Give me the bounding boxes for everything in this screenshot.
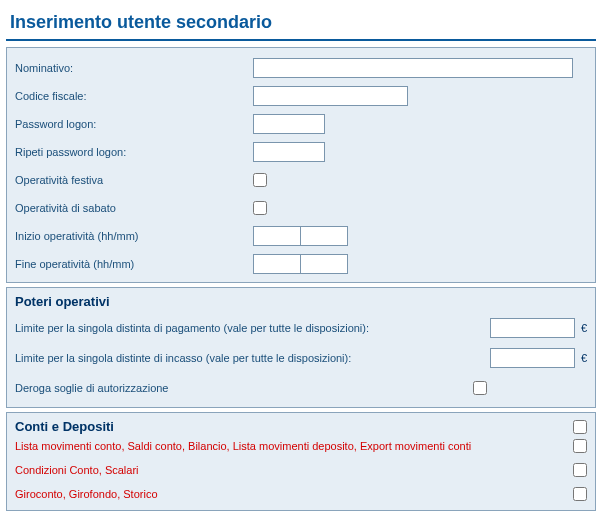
accounts-item: Lista movimenti conto: [15, 440, 121, 452]
pay-limit-label: Limite per la singola distinta di pagame…: [15, 322, 490, 334]
accounts-row-items: Lista movimenti conto, Saldi conto, Bila…: [15, 440, 573, 452]
accounts-item: Export movimenti conti: [360, 440, 471, 452]
accounts-item: Saldi conto: [128, 440, 182, 452]
coll-limit-label: Limite per la singola distinte di incass…: [15, 352, 490, 364]
fine-op-hh-input[interactable]: [253, 254, 301, 274]
nominativo-label: Nominativo:: [15, 58, 253, 78]
deroga-label: Deroga soglie di autorizzazione: [15, 382, 473, 394]
password-repeat-label: Ripeti password logon:: [15, 142, 253, 162]
accounts-row-checkbox[interactable]: [573, 439, 587, 453]
currency-symbol: €: [575, 352, 587, 364]
accounts-row: Lista movimenti conto, Saldi conto, Bila…: [15, 434, 587, 458]
accounts-item: Lista movimenti deposito: [233, 440, 354, 452]
accounts-master-checkbox[interactable]: [573, 420, 587, 434]
inizio-op-mm-input[interactable]: [300, 226, 348, 246]
powers-panel: Poteri operativi Limite per la singola d…: [6, 287, 596, 408]
accounts-heading: Conti e Depositi: [15, 419, 573, 434]
accounts-item: Giroconto: [15, 488, 63, 500]
accounts-item: Bilancio: [188, 440, 227, 452]
accounts-item: Girofondo: [69, 488, 117, 500]
accounts-item: Condizioni Conto: [15, 464, 99, 476]
nominativo-input[interactable]: [253, 58, 573, 78]
pay-limit-input[interactable]: [490, 318, 575, 338]
fine-op-label: Fine operatività (hh/mm): [15, 254, 253, 274]
codice-fiscale-input[interactable]: [253, 86, 408, 106]
accounts-item: Scalari: [105, 464, 139, 476]
op-festiva-checkbox[interactable]: [253, 173, 267, 187]
accounts-panel: Conti e Depositi Lista movimenti conto, …: [6, 412, 596, 511]
page-title: Inserimento utente secondario: [6, 6, 596, 41]
accounts-row-checkbox[interactable]: [573, 487, 587, 501]
accounts-row: Giroconto, Girofondo, Storico: [15, 482, 587, 506]
deroga-checkbox[interactable]: [473, 381, 487, 395]
accounts-row-items: Condizioni Conto, Scalari: [15, 464, 573, 476]
coll-limit-input[interactable]: [490, 348, 575, 368]
currency-symbol: €: [575, 322, 587, 334]
accounts-row-items: Giroconto, Girofondo, Storico: [15, 488, 573, 500]
password-label: Password logon:: [15, 114, 253, 134]
accounts-row: Condizioni Conto, Scalari: [15, 458, 587, 482]
op-sabato-label: Operatività di sabato: [15, 198, 253, 218]
powers-heading: Poteri operativi: [15, 294, 587, 309]
fine-op-mm-input[interactable]: [300, 254, 348, 274]
op-festiva-label: Operatività festiva: [15, 170, 253, 190]
password-input[interactable]: [253, 114, 325, 134]
inizio-op-label: Inizio operatività (hh/mm): [15, 226, 253, 246]
accounts-row-checkbox[interactable]: [573, 463, 587, 477]
inizio-op-hh-input[interactable]: [253, 226, 301, 246]
password-repeat-input[interactable]: [253, 142, 325, 162]
op-sabato-checkbox[interactable]: [253, 201, 267, 215]
codice-fiscale-label: Codice fiscale:: [15, 86, 253, 106]
accounts-item: Storico: [123, 488, 157, 500]
user-data-panel: Nominativo: Codice fiscale: Password log…: [6, 47, 596, 283]
